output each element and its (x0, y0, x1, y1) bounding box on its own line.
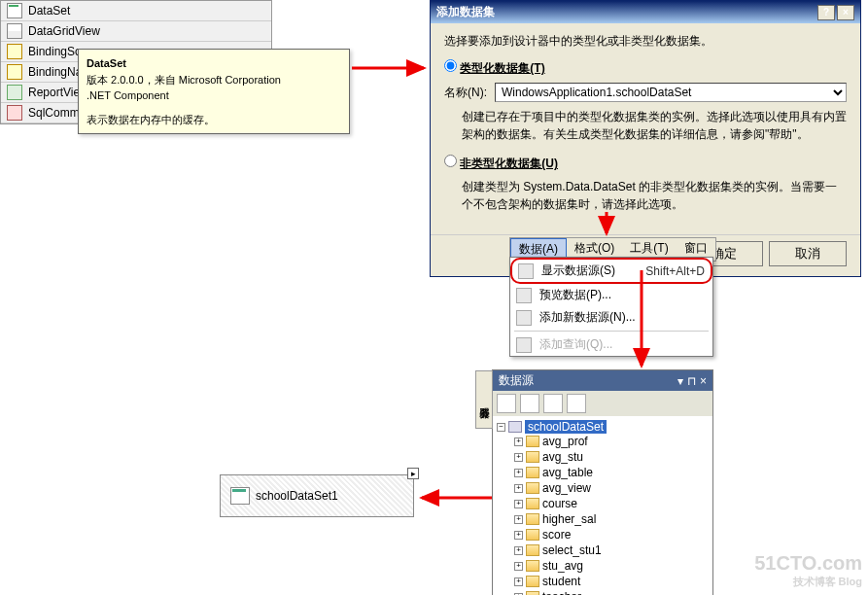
tree-node-label: avg_table (542, 466, 593, 479)
typed-dataset-radio-row[interactable]: 类型化数据集(T) (444, 59, 847, 77)
tree-node-label: avg_view (542, 481, 591, 495)
untyped-dataset-radio[interactable] (444, 155, 457, 167)
watermark-main: 51CTO.com (754, 552, 862, 575)
collapse-icon[interactable]: − (497, 423, 505, 432)
watermark: 51CTO.com 技术博客 Blog (754, 552, 862, 589)
tooltip-line: 表示数据在内存中的缓存。 (87, 112, 341, 128)
tree-node-label: avg_stu (542, 450, 583, 464)
toolbox-item-label: BindingSo (28, 45, 82, 58)
toolbox-item-datagridview[interactable]: DataGridView (1, 21, 271, 42)
table-icon (526, 482, 539, 494)
table-icon (526, 451, 539, 463)
expand-icon[interactable]: + (514, 484, 523, 493)
tree-node-label: course (542, 497, 577, 510)
dropdown-shortcut: Shift+Alt+D (645, 264, 705, 278)
tree-root-label: schoolDataSet (525, 420, 607, 434)
tree-root[interactable]: − schoolDataSet (497, 420, 709, 434)
table-icon (526, 560, 539, 572)
data-menu-dropdown: 显示数据源(S) Shift+Alt+D 预览数据(P)... 添加新数据源(N… (509, 257, 713, 357)
smart-tag-icon[interactable]: ▸ (407, 468, 419, 479)
sql-icon (7, 105, 22, 121)
menu-separator (514, 331, 709, 332)
dropdown-label: 添加查询(Q)... (539, 336, 612, 353)
table-icon (526, 529, 539, 541)
designer-component[interactable]: schoolDataSet1 (230, 487, 338, 505)
datasources-titlebar: 数据源 ▾ ⊓ × (493, 370, 712, 391)
close-icon[interactable]: × (700, 374, 707, 388)
expand-icon[interactable]: + (514, 531, 523, 540)
refresh-icon[interactable] (567, 394, 586, 413)
tree-node[interactable]: +avg_view (514, 480, 709, 496)
close-button[interactable]: × (837, 5, 854, 20)
dropdown-label: 显示数据源(S) (541, 262, 615, 279)
expand-icon[interactable]: + (514, 438, 523, 446)
table-icon (526, 591, 539, 595)
expand-icon[interactable]: + (514, 515, 523, 524)
add-icon (516, 310, 532, 326)
tree-node[interactable]: +student (514, 574, 709, 589)
tree-node[interactable]: +course (514, 496, 709, 511)
help-button[interactable]: ? (817, 5, 835, 20)
table-icon (526, 576, 539, 587)
add-query-item: 添加查询(Q)... (510, 333, 712, 356)
tree-node-label: avg_prof (542, 435, 588, 448)
dropdown-icon[interactable]: ▾ (677, 374, 683, 388)
tree-node[interactable]: +avg_stu (514, 449, 709, 465)
binding-icon (7, 44, 22, 59)
tree-node-label: select_stu1 (542, 543, 602, 557)
watermark-sub: 技术博客 Blog (754, 575, 862, 589)
preview-data-item[interactable]: 预览数据(P)... (510, 284, 712, 306)
ds-tool-3[interactable] (543, 394, 563, 413)
dialog-titlebar: 添加数据集 ? × (431, 1, 860, 23)
tree-node[interactable]: +score (514, 527, 709, 542)
expand-icon[interactable]: + (514, 500, 523, 508)
pin-icon[interactable]: ⊓ (687, 374, 696, 388)
untyped-help: 创建类型为 System.Data.DataSet 的非类型化数据集类的实例。当… (462, 178, 847, 213)
server-explorer-tab[interactable]: 服务器资 (475, 370, 493, 429)
tooltip-line: .NET Component (87, 88, 341, 104)
tree-node[interactable]: +avg_prof (514, 434, 709, 449)
typed-dataset-radio[interactable] (444, 59, 457, 72)
tree-node-label: higher_sal (542, 512, 596, 526)
tooltip-title: DataSet (87, 55, 341, 72)
add-datasource-item[interactable]: 添加新数据源(N)... (510, 306, 712, 329)
toolbox-item-label: BindingNa (28, 65, 82, 79)
typed-help: 创建已存在于项目中的类型化数据集类的实例。选择此选项以使用具有内置架构的数据集。… (462, 108, 847, 143)
designer-component-tray: ▸ schoolDataSet1 (220, 474, 414, 517)
table-icon (526, 544, 539, 556)
table-icon (526, 513, 539, 525)
tree-node[interactable]: +stu_avg (514, 558, 709, 574)
tree-node[interactable]: +avg_table (514, 465, 709, 480)
table-icon (526, 436, 539, 447)
tree-node[interactable]: +select_stu1 (514, 542, 709, 558)
toolbox-item-dataset[interactable]: DataSet (1, 1, 271, 21)
tooltip-line: 版本 2.0.0.0，来自 Microsoft Corporation (87, 72, 341, 88)
typed-dataset-label: 类型化数据集(T) (460, 61, 544, 75)
expand-icon[interactable]: + (514, 562, 523, 571)
expand-icon[interactable]: + (514, 578, 523, 586)
ds-tool-2[interactable] (520, 394, 539, 413)
toolbox-item-label: DataSet (28, 4, 70, 18)
datasources-panel: 服务器资 数据源 ▾ ⊓ × − schoolDataSet +avg_prof… (492, 369, 713, 595)
tree-node[interactable]: +higher_sal (514, 511, 709, 527)
add-dataset-dialog: 添加数据集 ? × 选择要添加到设计器中的类型化或非类型化数据集。 类型化数据集… (430, 0, 861, 277)
expand-icon[interactable]: + (514, 453, 523, 462)
table-icon (526, 467, 539, 478)
dataset-icon (508, 421, 522, 433)
tree-node[interactable]: +teacher (514, 589, 709, 595)
tree-node-label: stu_avg (542, 559, 583, 573)
expand-icon[interactable]: + (514, 469, 523, 477)
untyped-dataset-radio-row[interactable]: 非类型化数据集(U) (444, 155, 847, 172)
dataset-name-select[interactable]: WindowsApplication1.schoolDataSet (495, 83, 847, 102)
toolbox-item-label: DataGridView (28, 24, 100, 38)
tree-node-label: score (542, 528, 571, 542)
show-datasources-item[interactable]: 显示数据源(S) Shift+Alt+D (510, 258, 712, 284)
datasource-icon (518, 263, 534, 279)
untyped-dataset-label: 非类型化数据集(U) (460, 157, 558, 170)
grid-icon (7, 23, 22, 39)
ds-tool-1[interactable] (497, 394, 516, 413)
tree-node-label: student (542, 575, 580, 588)
tooltip: DataSet 版本 2.0.0.0，来自 Microsoft Corporat… (78, 49, 350, 134)
cancel-button[interactable]: 取消 (769, 241, 847, 266)
expand-icon[interactable]: + (514, 546, 523, 555)
